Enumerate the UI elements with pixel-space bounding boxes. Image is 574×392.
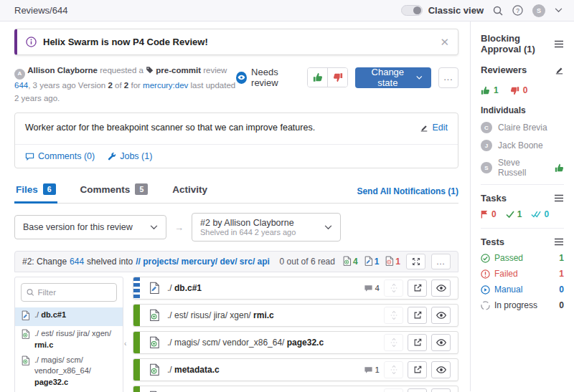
edit-link[interactable]: Edit [420, 123, 448, 133]
expand-diff-icon [390, 365, 398, 375]
open-file-button[interactable] [408, 307, 427, 324]
tree-item[interactable]: ./ magis/ scm/ vendor_x86_64/ page32.c [15, 353, 123, 390]
comments-count-badge: 5 [135, 183, 148, 195]
target-version-sub: Shelved in 644 2 years ago [200, 228, 296, 236]
test-row-passed[interactable]: Passed1 [481, 253, 564, 263]
file-row[interactable]: ./ db.c#14 [133, 277, 458, 300]
tree-item[interactable]: ./ db.c#1 [15, 307, 123, 326]
list-menu-icon[interactable] [554, 40, 564, 48]
tasks-menu-icon[interactable] [554, 194, 564, 202]
info-icon [26, 37, 37, 47]
tab-activity[interactable]: Activity [171, 180, 209, 204]
base-version-select[interactable]: Base version for this review [14, 215, 166, 239]
review-id-link[interactable]: 644 [14, 81, 28, 90]
thumbs-down-button[interactable] [327, 68, 347, 87]
mark-read-button[interactable] [431, 279, 451, 297]
file-row-actions: 4 [364, 279, 458, 297]
change-id-link[interactable]: 644 [70, 257, 84, 267]
change-type-bar [133, 359, 140, 381]
description-links: Comments (0) Jobs (1) [15, 144, 458, 168]
classic-view-toggle[interactable] [401, 5, 423, 16]
check-icon [506, 211, 514, 218]
close-icon[interactable]: ✕ [440, 37, 449, 47]
branch-link[interactable]: mercury:dev [143, 81, 188, 90]
expand-diff-icon [390, 283, 398, 293]
open-in-new-icon [413, 311, 422, 320]
open-file-button[interactable] [408, 279, 427, 297]
task-counts: 0 1 0 [481, 209, 564, 219]
test-row-manual[interactable]: Manual0 [481, 285, 564, 295]
collapse-handle-icon[interactable]: ‹ [124, 340, 126, 348]
breadcrumb[interactable]: Reviews/644 [14, 5, 67, 16]
edit-reviewers-icon[interactable] [555, 65, 564, 75]
tree-item-path: ./ magis/ scm/ vendor_x86_64/ page32.c [34, 355, 117, 388]
expand-diff-icon [390, 310, 398, 320]
target-version-select[interactable]: #2 by Allison Clayborne Shelved in 644 2… [192, 213, 341, 242]
main-content: Helix Swarm is now P4 Code Review! ✕ A A… [0, 21, 470, 391]
open-file-button[interactable] [408, 388, 427, 392]
reviewer-item[interactable]: CClaire Brevia [481, 122, 564, 133]
comments-link[interactable]: Comments (0) [25, 151, 95, 161]
comment-icon [25, 153, 34, 161]
file-row[interactable]: ./ magis/ scm/ vendor_x86_64/ page32.c [133, 331, 458, 354]
change-path-link[interactable]: // projects/ mercury/ dev/ src/ api [136, 257, 270, 267]
file-row[interactable]: ./ metadata.c1 [133, 358, 458, 381]
comment-icon [364, 285, 373, 292]
files-count-badge: 6 [43, 183, 56, 195]
file-add-icon [21, 329, 30, 343]
eye-icon [436, 312, 446, 319]
classic-view-label: Classic view [428, 5, 484, 16]
mark-read-button[interactable] [431, 388, 451, 392]
more-files-button[interactable]: ... [431, 254, 451, 269]
description-text: Worker actor for the breakpoint scanner … [25, 123, 315, 133]
thumbs-up-button[interactable] [308, 68, 328, 87]
tab-comments[interactable]: Comments 5 [79, 179, 150, 204]
in-progress-icon [481, 301, 490, 310]
expand-diff-button [384, 307, 403, 324]
search-icon[interactable] [493, 6, 503, 16]
reviewer-name: Steve Russell [498, 158, 549, 178]
user-avatar[interactable]: S [532, 4, 545, 17]
tab-files[interactable]: Files 6 [14, 179, 57, 204]
tag-icon [146, 66, 154, 74]
test-label: Passed [494, 253, 523, 263]
tree-item[interactable]: ./ est/ risus/ jira/ xgen/ rmi.c [15, 326, 123, 353]
fullscreen-icon [412, 257, 420, 266]
reviewer-item[interactable]: JJack Boone [481, 140, 564, 151]
author-avatar: A [14, 69, 25, 80]
test-row-inprogress[interactable]: In progress0 [481, 300, 564, 310]
open-file-button[interactable] [408, 334, 427, 351]
help-icon[interactable]: ? [512, 5, 523, 16]
more-actions-button[interactable]: ... [438, 67, 458, 88]
change-header: #2: Change 644 shelved into // projects/… [14, 251, 458, 272]
mark-read-button[interactable] [431, 307, 451, 324]
tree-item-path: ./ db.c#1 [34, 310, 66, 320]
file-tree-panel: ./ db.c#1./ est/ risus/ jira/ xgen/ rmi.… [14, 277, 123, 392]
test-row-failed[interactable]: Failed1 [481, 269, 564, 279]
reviewer-item[interactable]: SSteve Russell [481, 158, 564, 178]
reviewer-avatar: J [481, 140, 492, 151]
author-name[interactable]: Allison Clayborne [27, 66, 98, 75]
send-notifications-link[interactable]: Send All Notifications (1) [357, 186, 458, 203]
chevron-down-icon[interactable] [555, 8, 563, 13]
change-state-button[interactable]: Change state [355, 67, 431, 88]
target-version-label: #2 by Allison Clayborne [200, 218, 296, 228]
file-row[interactable]: ./ est/ risus/ jira/ xgen/ rmi.c [133, 304, 458, 327]
eye-icon [436, 285, 446, 292]
meta-text: requested a [100, 66, 144, 75]
file-row[interactable]: ./ stub.c [133, 386, 458, 392]
row-comment-count[interactable]: 1 [364, 365, 380, 374]
chevron-down-icon [416, 75, 423, 80]
chevron-down-icon [324, 225, 332, 230]
deleted-files-count: 1 [385, 256, 400, 268]
row-comment-count[interactable]: 4 [364, 284, 380, 292]
jobs-link[interactable]: Jobs (1) [108, 151, 152, 161]
pane-splitter[interactable]: ‹ ‹ [123, 277, 133, 392]
open-file-button[interactable] [408, 361, 427, 378]
mark-read-button[interactable] [431, 334, 451, 351]
fullscreen-button[interactable] [406, 254, 425, 269]
filter-input[interactable] [37, 288, 111, 297]
tests-menu-icon[interactable] [554, 238, 564, 246]
mark-read-button[interactable] [431, 361, 451, 378]
reviewer-avatar: S [481, 162, 492, 173]
